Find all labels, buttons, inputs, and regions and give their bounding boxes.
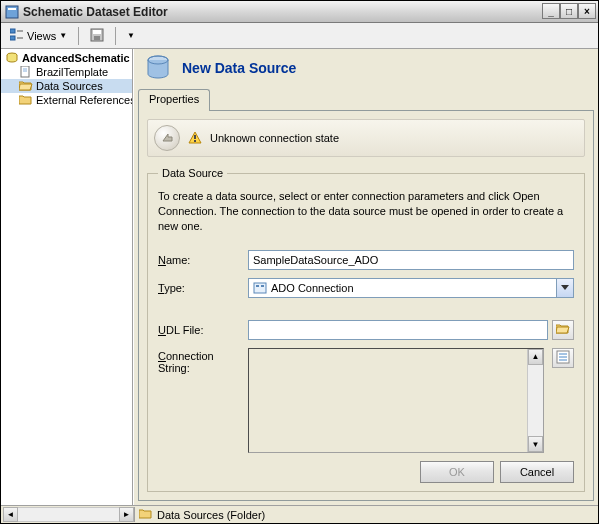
name-input[interactable] xyxy=(248,250,574,270)
svg-rect-2 xyxy=(10,29,15,33)
footer-buttons: OK Cancel xyxy=(158,461,574,483)
svg-rect-3 xyxy=(10,36,15,40)
datasource-icon xyxy=(142,52,174,84)
chevron-down-icon: ▼ xyxy=(59,31,67,40)
svg-rect-19 xyxy=(261,285,264,287)
content-header: New Data Source xyxy=(138,51,594,87)
row-connstring: Connection String: ▲ ▼ xyxy=(158,348,574,453)
arrow-badge xyxy=(154,125,180,151)
close-button[interactable]: × xyxy=(578,3,596,19)
properties-icon xyxy=(556,350,570,366)
content-panel: New Data Source Properties Unknown conne… xyxy=(133,49,598,505)
save-button[interactable] xyxy=(85,26,109,46)
folder-icon xyxy=(139,508,153,522)
svg-rect-15 xyxy=(194,135,196,139)
udl-input[interactable] xyxy=(248,320,548,340)
tab-label: Properties xyxy=(149,93,199,105)
scroll-up-icon[interactable]: ▲ xyxy=(528,349,543,365)
chevron-down-icon: ▼ xyxy=(127,31,135,40)
maximize-button[interactable]: □ xyxy=(560,3,578,19)
views-dropdown[interactable]: Views ▼ xyxy=(5,26,72,46)
doc-icon xyxy=(19,66,33,78)
svg-rect-1 xyxy=(8,8,16,10)
ok-button[interactable]: OK xyxy=(420,461,494,483)
main-split: AdvancedSchematic BrazilTemplate Data So… xyxy=(1,49,598,505)
ado-icon xyxy=(253,281,267,295)
save-icon xyxy=(90,28,104,44)
datasource-fieldset: Data Source To create a data source, sel… xyxy=(147,167,585,492)
tab-row: Properties xyxy=(138,89,594,111)
svg-rect-8 xyxy=(94,36,100,40)
tree-root-label: AdvancedSchematic xyxy=(22,52,130,64)
tree-item-externalrefs[interactable]: External References xyxy=(1,93,132,107)
svg-rect-16 xyxy=(194,140,196,142)
row-udl: UDL File: xyxy=(158,320,574,340)
type-select[interactable]: ADO Connection xyxy=(248,278,574,298)
sidebar-tree[interactable]: AdvancedSchematic BrazilTemplate Data So… xyxy=(1,49,133,505)
tree-item-datasources[interactable]: Data Sources xyxy=(1,79,132,93)
scrollbar-vertical[interactable]: ▲ ▼ xyxy=(527,349,543,452)
scroll-track[interactable] xyxy=(18,507,119,522)
window-controls: _ □ × xyxy=(542,3,596,19)
tree-item-braziltemplate[interactable]: BrazilTemplate xyxy=(1,65,132,79)
app-icon xyxy=(5,5,19,19)
svg-rect-0 xyxy=(6,6,18,18)
cancel-button[interactable]: Cancel xyxy=(500,461,574,483)
svg-rect-7 xyxy=(93,30,101,34)
scroll-down-icon[interactable]: ▼ xyxy=(528,436,543,452)
tab-properties[interactable]: Properties xyxy=(138,89,210,111)
tree-item-label: BrazilTemplate xyxy=(36,66,108,78)
titlebar: Schematic Dataset Editor _ □ × xyxy=(1,1,598,23)
folder-open-icon xyxy=(19,80,33,92)
folder-icon xyxy=(19,94,33,106)
udl-label: UDL File: xyxy=(158,324,248,336)
name-label: Name: xyxy=(158,254,248,266)
statusbar-text: Data Sources (Folder) xyxy=(157,509,265,521)
connstring-textarea[interactable]: ▲ ▼ xyxy=(248,348,544,453)
chevron-down-icon[interactable] xyxy=(556,279,573,297)
window-title: Schematic Dataset Editor xyxy=(23,5,168,19)
minimize-button[interactable]: _ xyxy=(542,3,560,19)
row-type: Type: ADO Connection xyxy=(158,278,574,298)
tree-icon xyxy=(10,28,24,44)
tab-panel-properties: Unknown connection state Data Source To … xyxy=(138,110,594,501)
type-label: Type: xyxy=(158,282,248,294)
separator xyxy=(115,27,116,45)
type-value: ADO Connection xyxy=(271,282,354,294)
browse-button[interactable] xyxy=(552,320,574,340)
statusbar: ◄ ► Data Sources (Folder) xyxy=(1,505,598,523)
overflow-button[interactable]: ▼ xyxy=(122,26,140,46)
toolbar: Views ▼ ▼ xyxy=(1,23,598,49)
fieldset-legend: Data Source xyxy=(158,167,227,179)
database-icon xyxy=(5,52,19,64)
scroll-left-icon[interactable]: ◄ xyxy=(3,507,18,522)
folder-open-icon xyxy=(556,323,570,337)
row-name: Name: xyxy=(158,250,574,270)
svg-rect-18 xyxy=(256,285,259,287)
scroll-right-icon[interactable]: ► xyxy=(119,507,134,522)
tree-item-label: Data Sources xyxy=(36,80,103,92)
connstring-tools xyxy=(548,348,574,453)
status-row: Unknown connection state xyxy=(147,119,585,157)
tree-item-label: External References xyxy=(36,94,133,106)
connstring-value xyxy=(249,349,527,452)
connstring-label: Connection String: xyxy=(158,348,248,453)
views-label: Views xyxy=(27,30,56,42)
sidebar-hscroll[interactable]: ◄ ► xyxy=(3,507,135,522)
info-text: To create a data source, select or enter… xyxy=(158,189,574,234)
separator xyxy=(78,27,79,45)
status-text: Unknown connection state xyxy=(210,132,339,144)
page-title: New Data Source xyxy=(182,60,296,76)
tree-root[interactable]: AdvancedSchematic xyxy=(1,51,132,65)
warning-icon xyxy=(188,131,202,145)
svg-rect-17 xyxy=(254,283,266,293)
build-connstring-button[interactable] xyxy=(552,348,574,368)
